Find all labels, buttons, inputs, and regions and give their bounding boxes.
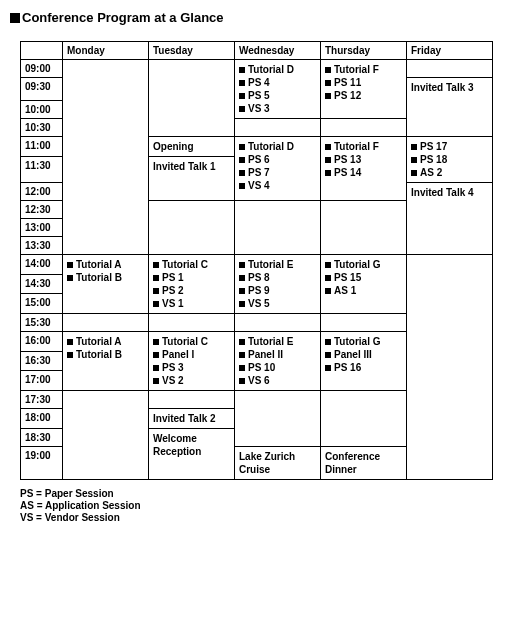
wed-1600: Tutorial EPanel IIPS 10VS 6 bbox=[235, 332, 321, 391]
session-item: PS 7 bbox=[239, 166, 316, 179]
session-item: PS 14 bbox=[325, 166, 402, 179]
bullet-icon bbox=[325, 144, 331, 150]
session-item: AS 1 bbox=[325, 284, 402, 297]
session-item: VS 2 bbox=[153, 374, 230, 387]
tue-1400: Tutorial CPS 1PS 2VS 1 bbox=[149, 255, 235, 314]
tue-1800: Invited Talk 2 bbox=[149, 409, 235, 429]
session-item: Tutorial E bbox=[239, 335, 316, 348]
session-item: PS 1 bbox=[153, 271, 230, 284]
time-1430: 14:30 bbox=[21, 274, 63, 294]
session-item: PS 11 bbox=[325, 76, 402, 89]
bullet-icon bbox=[411, 144, 417, 150]
wed-1400: Tutorial EPS 8PS 9VS 5 bbox=[235, 255, 321, 314]
session-item: PS 8 bbox=[239, 271, 316, 284]
session-item: PS 2 bbox=[153, 284, 230, 297]
session-item: PS 15 bbox=[325, 271, 402, 284]
fri-0930: Invited Talk 3 bbox=[407, 78, 493, 137]
mon-1600: Tutorial ATutorial B bbox=[63, 332, 149, 391]
session-item: PS 4 bbox=[239, 76, 316, 89]
session-item: Tutorial A bbox=[67, 335, 144, 348]
session-item: PS 6 bbox=[239, 153, 316, 166]
bullet-icon bbox=[325, 288, 331, 294]
bullet-icon bbox=[325, 67, 331, 73]
time-1530: 15:30 bbox=[21, 314, 63, 332]
bullet-icon bbox=[325, 339, 331, 345]
session-item: Tutorial G bbox=[325, 258, 402, 271]
bullet-icon bbox=[239, 262, 245, 268]
bullet-icon bbox=[153, 301, 159, 307]
page-title: Conference Program at a Glance bbox=[10, 10, 507, 25]
session-item: PS 13 bbox=[325, 153, 402, 166]
tue-1100: Opening bbox=[149, 137, 235, 157]
thu-1530 bbox=[321, 314, 407, 332]
bullet-icon bbox=[411, 157, 417, 163]
session-item: Panel III bbox=[325, 348, 402, 361]
time-1500: 15:00 bbox=[21, 294, 63, 314]
header-monday: Monday bbox=[63, 42, 149, 60]
time-1330: 13:30 bbox=[21, 237, 63, 255]
time-0930: 09:30 bbox=[21, 78, 63, 101]
bullet-icon bbox=[325, 170, 331, 176]
header-thursday: Thursday bbox=[321, 42, 407, 60]
bullet-icon bbox=[239, 339, 245, 345]
bullet-icon bbox=[67, 339, 73, 345]
bullet-icon bbox=[153, 288, 159, 294]
time-1830: 18:30 bbox=[21, 429, 63, 447]
bullet-icon bbox=[239, 301, 245, 307]
session-item: PS 16 bbox=[325, 361, 402, 374]
mon-1530 bbox=[63, 314, 149, 332]
thu-1600: Tutorial GPanel IIIPS 16 bbox=[321, 332, 407, 391]
session-item: PS 17 bbox=[411, 140, 488, 153]
fri-1100: PS 17PS 18AS 2 bbox=[407, 137, 493, 183]
title-text: Conference Program at a Glance bbox=[22, 10, 224, 25]
bullet-icon bbox=[239, 288, 245, 294]
fri-0900 bbox=[407, 60, 493, 78]
session-item: Panel II bbox=[239, 348, 316, 361]
bullet-icon bbox=[153, 262, 159, 268]
wed-1100: Tutorial DPS 6PS 7VS 4 bbox=[235, 137, 321, 201]
mon-1400: Tutorial ATutorial B bbox=[63, 255, 149, 314]
conference-dinner: Conference Dinner bbox=[325, 450, 402, 476]
thu-0900: Tutorial FPS 11PS 12 bbox=[321, 60, 407, 119]
bullet-icon bbox=[153, 352, 159, 358]
bullet-icon bbox=[239, 67, 245, 73]
tue-1130: Invited Talk 1 bbox=[149, 157, 235, 201]
time-0900: 09:00 bbox=[21, 60, 63, 78]
session-item: Tutorial B bbox=[67, 271, 144, 284]
bullet-icon bbox=[67, 275, 73, 281]
bullet-icon bbox=[153, 365, 159, 371]
legend: PS = Paper Session AS = Application Sess… bbox=[20, 488, 507, 524]
bullet-icon bbox=[325, 365, 331, 371]
bullet-icon bbox=[239, 352, 245, 358]
session-item: VS 6 bbox=[239, 374, 316, 387]
time-1230: 12:30 bbox=[21, 201, 63, 219]
time-1000: 10:00 bbox=[21, 101, 63, 119]
tue-1600: Tutorial CPanel IPS 3VS 2 bbox=[149, 332, 235, 391]
welcome-reception: Welcome Reception bbox=[153, 432, 230, 458]
bullet-icon bbox=[153, 339, 159, 345]
invited-talk-4: Invited Talk 4 bbox=[411, 186, 488, 199]
bullet-icon bbox=[239, 378, 245, 384]
time-1200: 12:00 bbox=[21, 183, 63, 201]
time-1700: 17:00 bbox=[21, 371, 63, 391]
header-tuesday: Tuesday bbox=[149, 42, 235, 60]
invited-talk-1: Invited Talk 1 bbox=[153, 160, 230, 173]
time-1400: 14:00 bbox=[21, 255, 63, 275]
thu-1400: Tutorial GPS 15AS 1 bbox=[321, 255, 407, 314]
bullet-icon bbox=[325, 157, 331, 163]
header-wednesday: Wednesday bbox=[235, 42, 321, 60]
time-1030: 10:30 bbox=[21, 119, 63, 137]
time-1300: 13:00 bbox=[21, 219, 63, 237]
session-item: PS 9 bbox=[239, 284, 316, 297]
session-item: Tutorial D bbox=[239, 140, 316, 153]
bullet-icon bbox=[239, 365, 245, 371]
session-item: PS 18 bbox=[411, 153, 488, 166]
session-item: Tutorial E bbox=[239, 258, 316, 271]
thu-1900: Conference Dinner bbox=[321, 447, 407, 480]
time-1630: 16:30 bbox=[21, 351, 63, 371]
bullet-icon bbox=[325, 262, 331, 268]
session-item: Panel I bbox=[153, 348, 230, 361]
time-1100: 11:00 bbox=[21, 137, 63, 157]
schedule-table: Monday Tuesday Wednesday Thursday Friday… bbox=[20, 41, 493, 480]
header-friday: Friday bbox=[407, 42, 493, 60]
